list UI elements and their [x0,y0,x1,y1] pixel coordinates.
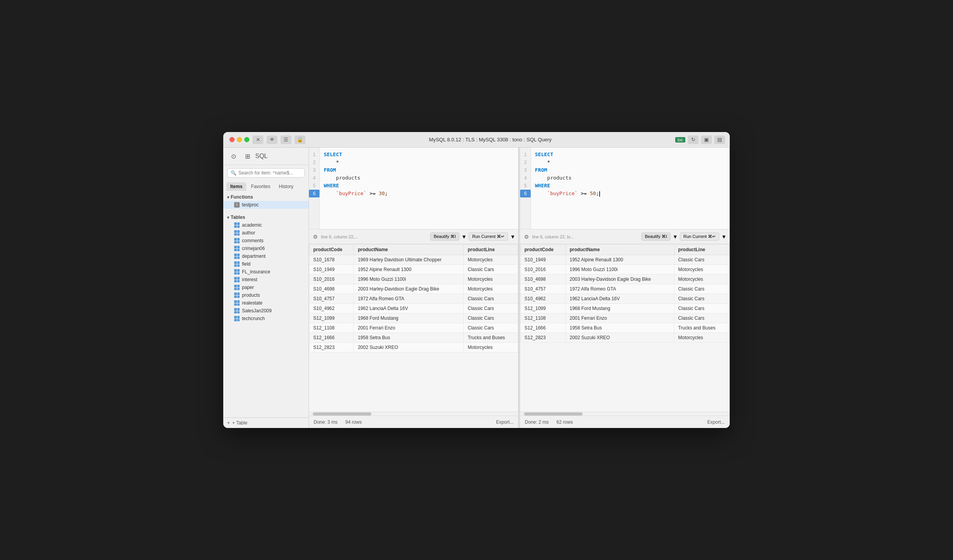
sidebar-item-interest[interactable]: interest [223,276,309,284]
left-table-body: S10_16781969 Harley Davidson Ultimate Ch… [309,255,518,352]
close-button[interactable] [229,137,235,142]
table-item-label: field [242,261,251,267]
right-col-productName[interactable]: productName [566,245,674,255]
sql-icon[interactable]: SQL [255,151,268,162]
table-row[interactable]: S10_20161996 Moto Guzzi 1100iMotorcycles [309,275,518,284]
table-row[interactable]: S12_10991968 Ford MustangClassic Cars [521,304,729,313]
right-scrollbar-thumb[interactable] [524,412,582,416]
split-right-button[interactable]: ▤ [714,136,725,144]
left-gear-icon[interactable]: ⚙ [313,234,318,240]
tab-items[interactable]: Items [226,182,246,191]
table-row[interactable]: S10_47571972 Alfa Romeo GTAClassic Cars [309,294,518,304]
table-cell: Motorcycles [464,343,518,352]
sidebar-item-author[interactable]: author [223,229,309,237]
db-icon[interactable]: ⊙ [227,151,240,162]
right-table-header-row: productCode productName productLine [521,245,729,255]
table-cell: S10_4757 [521,284,566,294]
functions-header[interactable]: ▾ Functions [223,193,309,201]
refresh-button[interactable]: ↻ [688,136,699,144]
add-table-button[interactable]: + + Table [223,417,309,428]
sidebar-item-testproc[interactable]: f testproc [223,201,309,209]
table-row[interactable]: S12_28232002 Suzuki XREOMotorcycles [309,343,518,352]
table-cell: 1958 Setra Bus [566,323,674,333]
table-item-label: department [242,254,266,259]
table-cell: Motorcycles [674,275,729,284]
left-editor[interactable]: 1 2 3 4 5 6 SELECT * FROM products [309,148,518,229]
split-left-button[interactable]: ▣ [701,136,712,144]
right-scrollbar[interactable] [520,412,729,416]
left-scrollbar-thumb[interactable] [313,412,371,416]
sidebar-item-comments[interactable]: comments [223,237,309,245]
maximize-button[interactable] [244,137,249,142]
sidebar-item-department[interactable]: department [223,252,309,260]
table-row[interactable]: S10_20161996 Moto Guzzi 1100iMotorcycles [521,265,729,275]
tab-favorites[interactable]: Favorites [247,182,274,191]
table-cell: 1996 Moto Guzzi 1100i [566,265,674,275]
table-cell: Classic Cars [464,323,518,333]
sidebar-item-field[interactable]: field [223,260,309,268]
right-results[interactable]: productCode productName productLine S10_… [520,244,729,412]
tab-history[interactable]: History [275,182,297,191]
right-col-productLine[interactable]: productLine [674,245,729,255]
table-row[interactable]: S12_11082001 Ferrari EnzoClassic Cars [521,313,729,323]
table-row[interactable]: S12_16661958 Setra BusTrucks and Buses [521,323,729,333]
table-cell: S12_1108 [309,323,354,333]
table-cell: S10_2016 [521,265,566,275]
right-run-button[interactable]: Run Current ⌘↵ [680,232,719,241]
right-editor[interactable]: 1 2 3 4 5 6 SELECT * FROM products [520,148,729,229]
sidebar-item-products[interactable]: products [223,291,309,299]
right-run-chevron[interactable]: ▾ [722,233,725,240]
sidebar-item-SalesJan2009[interactable]: SalesJan2009 [223,307,309,315]
table-row[interactable]: S10_49621962 LanciaA Delta 16VClassic Ca… [309,304,518,313]
table-row[interactable]: S12_10991968 Ford MustangClassic Cars [309,313,518,323]
table-row[interactable]: S10_16781969 Harley Davidson Ultimate Ch… [309,255,518,265]
tables-header[interactable]: ▾ Tables [223,213,309,221]
right-gear-icon[interactable]: ⚙ [524,234,529,240]
eye-button[interactable]: 👁 [266,136,277,144]
left-run-chevron[interactable]: ▾ [511,233,514,240]
line-num-1: 1 [309,151,319,158]
table-nav-icon[interactable]: ⊞ [241,151,254,162]
table-row[interactable]: S10_19491952 Alpine Renault 1300Classic … [521,255,729,265]
search-input[interactable] [238,170,301,176]
back-button[interactable]: ✕ [252,136,263,144]
right-beautify-button[interactable]: Beautify ⌘I [641,232,671,241]
sidebar-item-paper[interactable]: paper [223,284,309,291]
table-row[interactable]: S10_46982003 Harley-Davidson Eagle Drag … [521,275,729,284]
table-cell: Classic Cars [464,265,518,275]
table-cell: 1968 Ford Mustang [566,304,674,313]
left-col-productLine[interactable]: productLine [464,245,518,255]
sidebar-item-realestate[interactable]: realestate [223,299,309,307]
left-beautify-chevron[interactable]: ▾ [462,233,466,240]
table-row[interactable]: S12_28232002 Suzuki XREOMotorcycles [521,333,729,343]
table-row[interactable]: S10_19491952 Alpine Renault 1300Classic … [309,265,518,275]
left-col-productCode[interactable]: productCode [309,245,354,255]
left-run-button[interactable]: Run Current ⌘↵ [469,232,508,241]
left-results[interactable]: productCode productName productLine S10_… [309,244,518,412]
right-toolbar: ⚙ line 6, column 22, lo... Beautify ⌘I ▾… [520,229,729,244]
list-button[interactable]: ☰ [281,136,291,144]
minimize-button[interactable] [237,137,242,142]
table-row[interactable]: S10_49621962 LanciaA Delta 16VClassic Ca… [521,294,729,304]
search-bar[interactable]: 🔍 [227,168,305,178]
sidebar-item-academic[interactable]: academic [223,221,309,229]
table-items: academicauthorcommentscrimejan06departme… [223,221,309,322]
table-row[interactable]: S10_46982003 Harley-Davidson Eagle Drag … [309,284,518,294]
sidebar: ⊙ ⊞ SQL 🔍 Items Favorites History ▾ Func… [223,148,309,428]
lock-button[interactable]: 🔒 [295,136,305,144]
left-code-area[interactable]: SELECT * FROM products WHERE `buyPrice` … [320,148,518,229]
right-code-area[interactable]: SELECT * FROM products WHERE `buyPrice` … [531,148,729,229]
left-col-productName[interactable]: productName [354,245,464,255]
right-export-button[interactable]: Export... [707,419,725,425]
sidebar-item-crimejan06[interactable]: crimejan06 [223,245,309,252]
table-row[interactable]: S12_11082001 Ferrari EnzoClassic Cars [309,323,518,333]
sidebar-item-techcrunch[interactable]: techcrunch [223,315,309,322]
left-scrollbar[interactable] [309,412,518,416]
sidebar-item-FL_insurance[interactable]: FL_insurance [223,268,309,276]
table-row[interactable]: S10_47571972 Alfa Romeo GTAClassic Cars [521,284,729,294]
left-beautify-button[interactable]: Beautify ⌘I [430,232,459,241]
right-col-productCode[interactable]: productCode [521,245,566,255]
right-beautify-chevron[interactable]: ▾ [674,233,677,240]
table-row[interactable]: S12_16661958 Setra BusTrucks and Buses [309,333,518,343]
left-export-button[interactable]: Export... [496,419,514,425]
